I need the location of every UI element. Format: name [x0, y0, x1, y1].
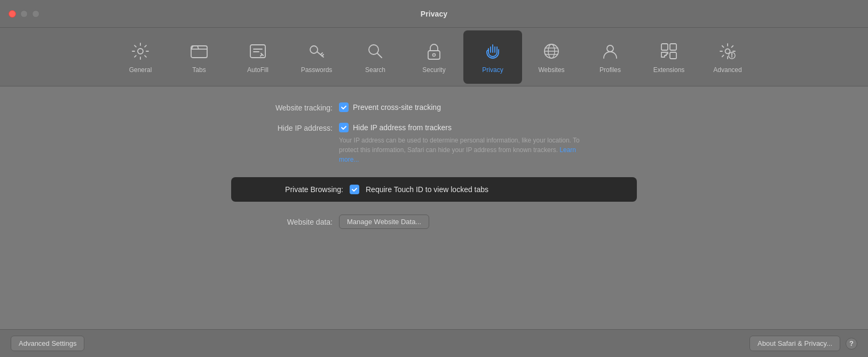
main-content: Website tracking: Prevent cross-site tra…: [0, 86, 868, 329]
tab-websites[interactable]: Websites: [522, 30, 581, 84]
svg-point-13: [725, 49, 730, 53]
tab-passwords[interactable]: Passwords: [287, 30, 346, 84]
private-browsing-checkbox-label: Require Touch ID to view locked tabs: [366, 185, 488, 194]
window-controls: [9, 10, 40, 18]
private-browsing-label: Private Browsing:: [242, 185, 343, 194]
website-tracking-checkbox[interactable]: [339, 102, 349, 112]
tab-profiles[interactable]: Profiles: [581, 30, 640, 84]
advanced-settings-button[interactable]: Advanced Settings: [11, 336, 84, 351]
tab-advanced-label: Advanced: [713, 66, 741, 74]
tabs-icon: [188, 41, 210, 62]
globe-icon: [541, 41, 562, 62]
tab-privacy-label: Privacy: [482, 66, 503, 74]
tab-passwords-label: Passwords: [301, 66, 333, 74]
website-data-row: Website data: Manage Website Data...: [231, 215, 637, 229]
hide-ip-check-row: Hide IP address from trackers: [339, 123, 637, 132]
hide-ip-checkbox-label: Hide IP address from trackers: [353, 123, 452, 132]
tab-profiles-label: Profiles: [599, 66, 621, 74]
tab-advanced[interactable]: Advanced: [698, 30, 757, 84]
tab-tabs[interactable]: Tabs: [170, 30, 228, 84]
website-tracking-row: Website tracking: Prevent cross-site tra…: [231, 102, 637, 112]
lock-icon: [423, 41, 445, 62]
tab-search[interactable]: Search: [346, 30, 405, 84]
bottom-left: Advanced Settings: [11, 336, 84, 351]
svg-point-3: [310, 46, 318, 53]
bottom-right: About Safari & Privacy... ?: [749, 336, 857, 351]
key-icon: [306, 41, 327, 62]
tab-privacy[interactable]: Privacy: [463, 30, 522, 84]
tab-general-label: General: [129, 66, 152, 74]
svg-rect-1: [191, 46, 207, 58]
extensions-icon: [658, 41, 680, 62]
svg-rect-10: [661, 44, 668, 50]
svg-rect-5: [428, 51, 440, 59]
tab-general[interactable]: General: [111, 30, 170, 84]
hide-ip-checkbox[interactable]: [339, 123, 349, 132]
learn-more-link[interactable]: Learn more...: [339, 146, 576, 163]
tab-autofill[interactable]: AutoFill: [228, 30, 287, 84]
website-tracking-check-row: Prevent cross-site tracking: [339, 102, 637, 112]
tab-autofill-label: AutoFill: [247, 66, 269, 74]
about-safari-button[interactable]: About Safari & Privacy...: [749, 336, 840, 351]
private-browsing-checkbox[interactable]: [350, 185, 359, 194]
svg-point-0: [138, 49, 143, 54]
hide-ip-label: Hide IP address:: [231, 123, 333, 132]
minimize-button[interactable]: [20, 10, 28, 18]
private-browsing-row: Private Browsing: Require Touch ID to vi…: [231, 177, 637, 202]
hand-icon: [482, 41, 503, 62]
svg-rect-11: [670, 44, 676, 50]
svg-point-9: [607, 45, 613, 52]
tab-websites-label: Websites: [538, 66, 564, 74]
website-tracking-label: Website tracking:: [231, 102, 333, 112]
help-button[interactable]: ?: [846, 338, 857, 350]
website-tracking-content: Prevent cross-site tracking: [339, 102, 637, 112]
hide-ip-content: Hide IP address from trackers Your IP ad…: [339, 123, 637, 164]
close-button[interactable]: [9, 10, 16, 18]
tab-security[interactable]: Security: [405, 30, 463, 84]
tab-extensions-label: Extensions: [653, 66, 685, 74]
settings-container: Website tracking: Prevent cross-site tra…: [231, 102, 637, 164]
autofill-icon: [247, 41, 269, 62]
title-bar: Privacy: [0, 0, 868, 28]
svg-point-6: [433, 53, 436, 56]
tab-search-label: Search: [365, 66, 385, 74]
search-icon: [365, 41, 386, 62]
window-title: Privacy: [421, 10, 448, 18]
hide-ip-description: Your IP address can be used to determine…: [339, 136, 595, 164]
bottom-bar: Advanced Settings About Safari & Privacy…: [0, 329, 868, 357]
maximize-button[interactable]: [32, 10, 40, 18]
manage-website-data-button[interactable]: Manage Website Data...: [339, 215, 429, 229]
tab-tabs-label: Tabs: [192, 66, 206, 74]
advanced-gear-icon: [717, 41, 738, 62]
toolbar: General Tabs AutoFill: [0, 28, 868, 86]
profile-icon: [599, 41, 621, 62]
website-tracking-checkbox-label: Prevent cross-site tracking: [353, 103, 441, 112]
hide-ip-row: Hide IP address: Hide IP address from tr…: [231, 123, 637, 164]
gear-icon: [130, 41, 151, 62]
website-data-label: Website data:: [231, 218, 333, 226]
tab-security-label: Security: [422, 66, 445, 74]
svg-rect-12: [670, 52, 676, 59]
tab-extensions[interactable]: Extensions: [640, 30, 698, 84]
